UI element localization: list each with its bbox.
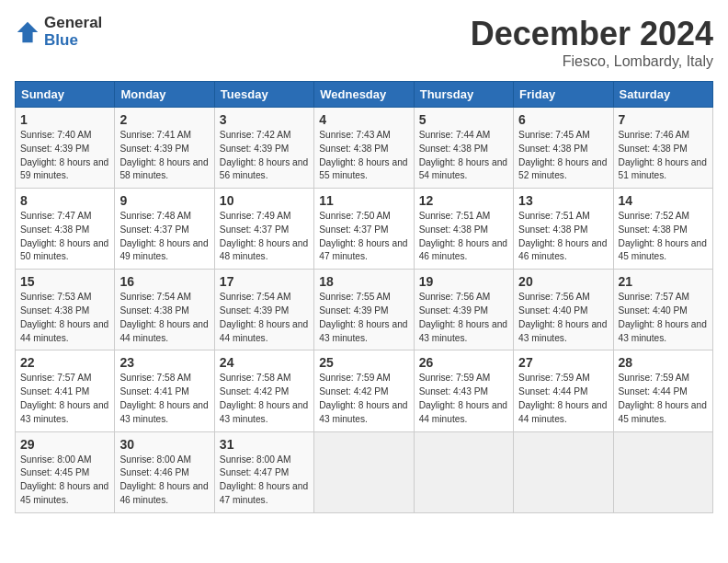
day-cell: 15Sunrise: 7:53 AMSunset: 4:38 PMDayligh… <box>16 270 115 350</box>
cell-info: Sunrise: 7:57 AMSunset: 4:41 PMDaylight:… <box>20 372 109 426</box>
day-number: 15 <box>20 274 109 289</box>
day-cell: 24Sunrise: 7:58 AMSunset: 4:42 PMDayligh… <box>214 350 313 431</box>
svg-marker-0 <box>17 21 38 41</box>
day-number: 2 <box>119 112 209 127</box>
day-number: 25 <box>319 355 408 370</box>
cell-info: Sunrise: 7:49 AMSunset: 4:37 PMDaylight:… <box>220 210 309 264</box>
week-row-3: 15Sunrise: 7:53 AMSunset: 4:38 PMDayligh… <box>16 270 713 350</box>
day-header-friday: Friday <box>514 82 613 108</box>
title-section: December 2024 Fiesco, Lombardy, Italy <box>471 15 713 70</box>
day-cell: 30Sunrise: 8:00 AMSunset: 4:46 PMDayligh… <box>115 431 214 512</box>
main-title: December 2024 <box>471 15 713 53</box>
day-cell: 31Sunrise: 8:00 AMSunset: 4:47 PMDayligh… <box>214 431 313 512</box>
day-header-thursday: Thursday <box>414 82 513 108</box>
day-number: 13 <box>518 193 608 208</box>
day-cell: 26Sunrise: 7:59 AMSunset: 4:43 PMDayligh… <box>414 350 513 431</box>
day-cell: 18Sunrise: 7:55 AMSunset: 4:39 PMDayligh… <box>314 270 414 350</box>
cell-info: Sunrise: 7:41 AMSunset: 4:39 PMDaylight:… <box>119 129 209 183</box>
logo: General Blue <box>15 15 102 49</box>
day-number: 14 <box>619 193 708 208</box>
day-header-sunday: Sunday <box>16 82 115 108</box>
week-row-2: 8Sunrise: 7:47 AMSunset: 4:38 PMDaylight… <box>16 189 713 270</box>
cell-info: Sunrise: 7:58 AMSunset: 4:42 PMDaylight:… <box>220 372 309 426</box>
day-cell <box>514 431 613 512</box>
day-header-tuesday: Tuesday <box>214 82 313 108</box>
day-cell: 12Sunrise: 7:51 AMSunset: 4:38 PMDayligh… <box>414 189 513 270</box>
day-number: 21 <box>619 274 708 289</box>
day-number: 1 <box>20 112 109 127</box>
day-number: 5 <box>419 112 508 127</box>
calendar-header-row: SundayMondayTuesdayWednesdayThursdayFrid… <box>16 82 713 108</box>
day-number: 10 <box>220 193 309 208</box>
day-cell: 6Sunrise: 7:45 AMSunset: 4:38 PMDaylight… <box>514 108 613 189</box>
day-cell <box>613 431 712 512</box>
day-number: 23 <box>119 355 209 370</box>
cell-info: Sunrise: 7:43 AMSunset: 4:38 PMDaylight:… <box>319 129 408 183</box>
day-cell: 11Sunrise: 7:50 AMSunset: 4:37 PMDayligh… <box>314 189 414 270</box>
day-number: 28 <box>619 355 708 370</box>
day-number: 26 <box>419 355 508 370</box>
day-number: 24 <box>220 355 309 370</box>
cell-info: Sunrise: 7:47 AMSunset: 4:38 PMDaylight:… <box>20 210 109 264</box>
calendar: SundayMondayTuesdayWednesdayThursdayFrid… <box>15 81 713 513</box>
day-number: 16 <box>119 274 209 289</box>
logo-icon <box>15 19 40 45</box>
logo-blue: Blue <box>44 32 102 50</box>
cell-info: Sunrise: 7:40 AMSunset: 4:39 PMDaylight:… <box>20 129 109 183</box>
day-cell: 3Sunrise: 7:42 AMSunset: 4:39 PMDaylight… <box>214 108 313 189</box>
day-number: 11 <box>319 193 408 208</box>
day-number: 12 <box>419 193 508 208</box>
cell-info: Sunrise: 7:59 AMSunset: 4:42 PMDaylight:… <box>319 372 408 426</box>
day-header-saturday: Saturday <box>613 82 712 108</box>
cell-info: Sunrise: 7:54 AMSunset: 4:38 PMDaylight:… <box>119 291 209 345</box>
cell-info: Sunrise: 7:59 AMSunset: 4:44 PMDaylight:… <box>619 372 708 426</box>
day-number: 19 <box>419 274 508 289</box>
day-number: 17 <box>220 274 309 289</box>
day-cell: 21Sunrise: 7:57 AMSunset: 4:40 PMDayligh… <box>613 270 712 350</box>
cell-info: Sunrise: 8:00 AMSunset: 4:47 PMDaylight:… <box>220 454 309 508</box>
day-number: 8 <box>20 193 109 208</box>
day-cell: 10Sunrise: 7:49 AMSunset: 4:37 PMDayligh… <box>214 189 313 270</box>
logo-text: General Blue <box>44 15 102 49</box>
day-number: 27 <box>518 355 608 370</box>
day-number: 3 <box>220 112 309 127</box>
day-cell: 8Sunrise: 7:47 AMSunset: 4:38 PMDaylight… <box>16 189 115 270</box>
day-number: 31 <box>220 437 309 452</box>
day-cell: 22Sunrise: 7:57 AMSunset: 4:41 PMDayligh… <box>16 350 115 431</box>
day-cell: 20Sunrise: 7:56 AMSunset: 4:40 PMDayligh… <box>514 270 613 350</box>
day-cell: 27Sunrise: 7:59 AMSunset: 4:44 PMDayligh… <box>514 350 613 431</box>
day-number: 7 <box>619 112 708 127</box>
header: General Blue December 2024 Fiesco, Lomba… <box>15 15 713 70</box>
week-row-1: 1Sunrise: 7:40 AMSunset: 4:39 PMDaylight… <box>16 108 713 189</box>
day-number: 29 <box>20 437 109 452</box>
day-number: 6 <box>518 112 608 127</box>
cell-info: Sunrise: 7:48 AMSunset: 4:37 PMDaylight:… <box>119 210 209 264</box>
cell-info: Sunrise: 7:59 AMSunset: 4:44 PMDaylight:… <box>518 372 608 426</box>
cell-info: Sunrise: 7:52 AMSunset: 4:38 PMDaylight:… <box>619 210 708 264</box>
day-number: 30 <box>119 437 209 452</box>
cell-info: Sunrise: 8:00 AMSunset: 4:46 PMDaylight:… <box>119 454 209 508</box>
day-cell: 13Sunrise: 7:51 AMSunset: 4:38 PMDayligh… <box>514 189 613 270</box>
week-row-4: 22Sunrise: 7:57 AMSunset: 4:41 PMDayligh… <box>16 350 713 431</box>
day-cell: 1Sunrise: 7:40 AMSunset: 4:39 PMDaylight… <box>16 108 115 189</box>
day-header-monday: Monday <box>115 82 214 108</box>
cell-info: Sunrise: 7:55 AMSunset: 4:39 PMDaylight:… <box>319 291 408 345</box>
day-number: 22 <box>20 355 109 370</box>
day-cell <box>414 431 513 512</box>
day-cell: 9Sunrise: 7:48 AMSunset: 4:37 PMDaylight… <box>115 189 214 270</box>
cell-info: Sunrise: 7:59 AMSunset: 4:43 PMDaylight:… <box>419 372 508 426</box>
day-cell: 14Sunrise: 7:52 AMSunset: 4:38 PMDayligh… <box>613 189 712 270</box>
subtitle: Fiesco, Lombardy, Italy <box>471 53 713 70</box>
day-cell: 5Sunrise: 7:44 AMSunset: 4:38 PMDaylight… <box>414 108 513 189</box>
day-cell: 17Sunrise: 7:54 AMSunset: 4:39 PMDayligh… <box>214 270 313 350</box>
cell-info: Sunrise: 7:53 AMSunset: 4:38 PMDaylight:… <box>20 291 109 345</box>
day-cell: 23Sunrise: 7:58 AMSunset: 4:41 PMDayligh… <box>115 350 214 431</box>
day-cell: 19Sunrise: 7:56 AMSunset: 4:39 PMDayligh… <box>414 270 513 350</box>
cell-info: Sunrise: 7:44 AMSunset: 4:38 PMDaylight:… <box>419 129 508 183</box>
day-cell: 29Sunrise: 8:00 AMSunset: 4:45 PMDayligh… <box>16 431 115 512</box>
cell-info: Sunrise: 7:57 AMSunset: 4:40 PMDaylight:… <box>619 291 708 345</box>
cell-info: Sunrise: 7:54 AMSunset: 4:39 PMDaylight:… <box>220 291 309 345</box>
cell-info: Sunrise: 7:56 AMSunset: 4:40 PMDaylight:… <box>518 291 608 345</box>
cell-info: Sunrise: 7:56 AMSunset: 4:39 PMDaylight:… <box>419 291 508 345</box>
logo-general: General <box>44 15 102 32</box>
